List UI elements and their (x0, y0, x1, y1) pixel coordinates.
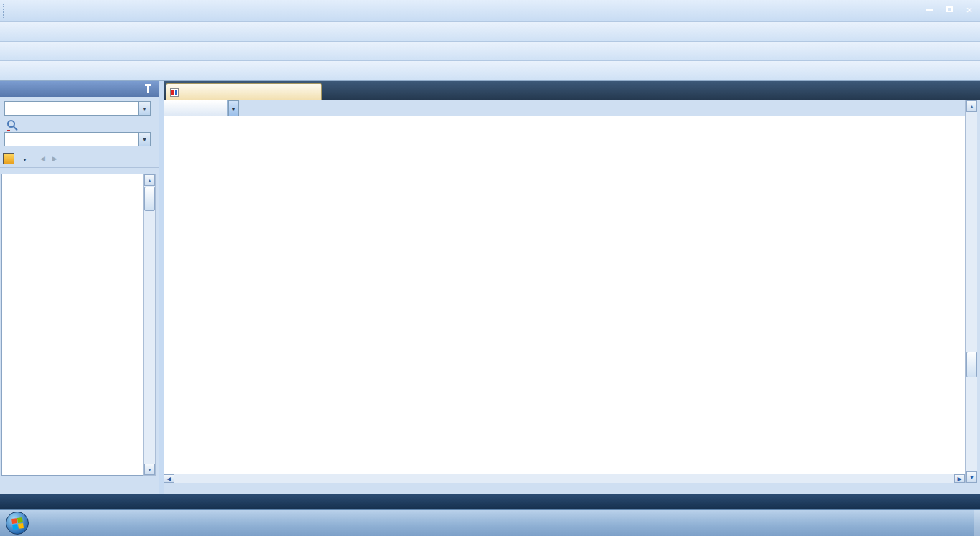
minimize-button[interactable] (923, 4, 936, 14)
scope-select[interactable]: ▼ (4, 132, 151, 146)
scroll-up-icon[interactable]: ▲ (966, 100, 977, 112)
ladder-file-icon (170, 88, 179, 97)
mode-dropdown-icon[interactable]: ▼ (228, 100, 239, 116)
status-bar (0, 494, 980, 509)
settings-button[interactable]: ▼ (20, 154, 27, 164)
scrollbar-thumb[interactable] (144, 187, 155, 211)
toolbar-standard (0, 22, 980, 42)
ladder-editor: ▼ ▲ ▼ ◀ ▶ (164, 81, 980, 494)
editor-horizontal-scrollbar[interactable]: ◀ ▶ (164, 474, 965, 483)
chevron-down-icon[interactable]: ▼ (138, 133, 150, 146)
device-table (1, 174, 143, 476)
grid-header: ▼ (164, 100, 980, 116)
toolbar-grip (3, 4, 5, 18)
next-button[interactable]: ▶ (52, 155, 57, 162)
scroll-up-icon[interactable]: ▲ (144, 174, 155, 186)
device-search-input[interactable]: ▼ (4, 101, 151, 116)
editor-vertical-scrollbar[interactable]: ▲ ▼ (965, 100, 977, 483)
panel-title-bar (0, 81, 159, 97)
toolbar-view (0, 42, 980, 61)
panel-toolbar: ▼ ◀ ▶ (0, 149, 159, 168)
close-button[interactable]: × (963, 4, 976, 14)
chevron-down-icon[interactable]: ▼ (138, 102, 150, 115)
start-button[interactable] (6, 512, 29, 535)
monitor-mode-label (164, 100, 228, 116)
window-controls: × (923, 4, 976, 14)
docked-window-tabs (0, 479, 159, 494)
show-desktop-button[interactable] (974, 510, 980, 536)
restore-button[interactable] (943, 4, 956, 14)
toolbar-ladder-symbols (0, 61, 980, 81)
scrollbar-thumb[interactable] (966, 352, 977, 377)
menu-bar: × (0, 0, 980, 22)
windows-logo-icon (11, 517, 24, 530)
device-usage-panel: ▼ ▼ ▼ ◀ ▶ ▲ ▼ (0, 81, 159, 494)
document-tab-bar (164, 81, 980, 100)
scroll-down-icon[interactable]: ▼ (144, 464, 155, 475)
tab-progpou[interactable] (166, 83, 322, 100)
search-icon[interactable] (7, 120, 15, 128)
ladder-grid[interactable] (164, 116, 965, 474)
scroll-down-icon[interactable]: ▼ (966, 471, 977, 483)
taskbar (0, 509, 980, 536)
scroll-right-icon[interactable]: ▶ (954, 474, 965, 483)
device-table-scrollbar[interactable]: ▲ ▼ (143, 174, 156, 476)
scroll-left-icon[interactable]: ◀ (164, 474, 174, 483)
filter-icon[interactable] (3, 153, 14, 164)
pin-icon[interactable] (147, 86, 149, 93)
prev-button[interactable]: ◀ (40, 155, 45, 162)
